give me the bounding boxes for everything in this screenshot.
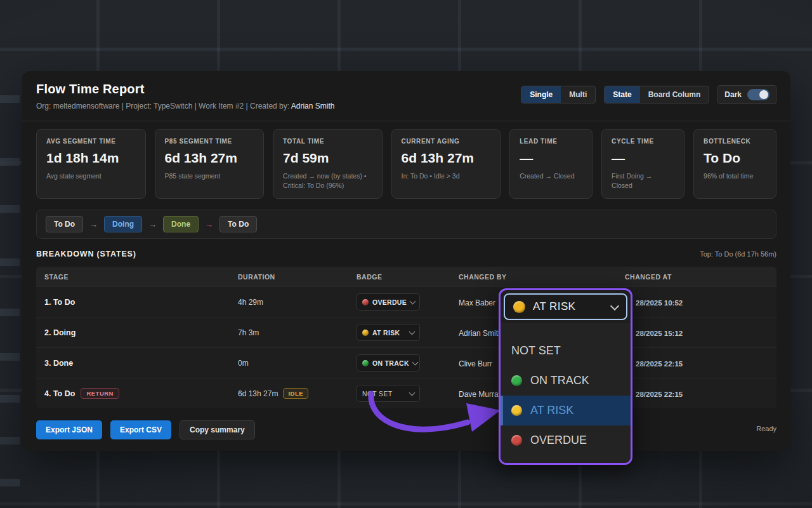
stat-value: — [612, 150, 674, 166]
stat-card-current-aging: CURRENT AGING 6d 13h 27m In: To Do • Idl… [391, 129, 501, 199]
duration-value: 6d 13h 27m [238, 389, 278, 398]
copy-summary-button[interactable]: Copy summary [180, 420, 255, 439]
report-meta-text: Org: meltedmensoftware | Project: TypeSw… [36, 102, 291, 110]
theme-toggle-label: Dark [724, 90, 742, 99]
option-label: ON TRACK [530, 374, 589, 387]
duration-value: 0m [238, 359, 249, 368]
duration-value: 7h 3m [238, 328, 259, 337]
chevron-down-icon [410, 298, 416, 304]
stat-subtext: P85 state segment [165, 171, 254, 181]
theme-toggle-group: Dark [717, 85, 776, 104]
column-header-duration: DURATION [238, 273, 357, 281]
changed-at-value: 28/2025 22:15 [636, 391, 683, 398]
stat-label: AVG SEGMENT TIME [46, 138, 136, 145]
option-label: NOT SET [511, 344, 561, 358]
scope-multi-button[interactable]: Multi [561, 86, 595, 103]
scope-single-button[interactable]: Single [521, 86, 561, 103]
stat-subtext: In: To Do • Idle > 3d [402, 171, 491, 181]
status-dot-icon [511, 405, 522, 416]
stat-label: TOTAL TIME [283, 138, 372, 145]
flow-path-strip: To Do → Doing → Done → To Do [36, 210, 776, 239]
breakdown-top-note: Top: To Do (6d 17h 56m) [700, 250, 776, 258]
stat-card-lead-time: LEAD TIME — Created → Closed [509, 129, 593, 199]
column-header-badge: BADGE [357, 273, 459, 281]
chevron-down-icon [610, 301, 619, 310]
report-meta-author: Adrian Smith [291, 102, 335, 110]
flow-return-arrow-icon: → [205, 220, 213, 229]
flow-arrow-icon: → [148, 220, 157, 229]
flow-chip-done: Done [163, 216, 199, 232]
stat-card-p85-segment-time: P85 SEGMENT TIME 6d 13h 27m P85 state se… [155, 129, 265, 199]
dropdown-option-overdue[interactable]: OVERDUE [501, 425, 631, 455]
export-csv-button[interactable]: Export CSV [110, 420, 171, 439]
stat-value: 7d 59m [283, 150, 372, 166]
status-dot-icon [513, 301, 525, 313]
grouping-toggle: State Board Column [604, 86, 709, 104]
table-row: 1. To Do 4h 29m OVERDUE Max Baber 28/202… [36, 286, 776, 317]
badge-select[interactable]: ON TRACK [357, 354, 420, 371]
stat-value: 6d 13h 27m [165, 150, 254, 166]
idle-tag: IDLE [283, 388, 308, 399]
changed-at-value: 28/2025 10:52 [636, 299, 683, 307]
export-json-button[interactable]: Export JSON [36, 420, 102, 439]
header-controls: Single Multi State Board Column Dark [521, 85, 776, 104]
scope-toggle: Single Multi [521, 86, 596, 104]
status-dot-icon [362, 299, 369, 305]
stat-label: P85 SEGMENT TIME [165, 138, 254, 145]
status-text: Ready [756, 425, 776, 432]
badge-label: OVERDUE [372, 298, 407, 306]
badge-label: AT RISK [372, 329, 400, 337]
dropdown-option-on-track[interactable]: ON TRACK [501, 366, 631, 396]
stat-label: LEAD TIME [520, 138, 582, 145]
table-row: 2. Doing 7h 3m AT RISK Adrian Smith 28/2… [36, 317, 776, 347]
flow-chip-doing: Doing [104, 216, 142, 232]
badge-label: ON TRACK [372, 359, 409, 367]
report-meta: Org: meltedmensoftware | Project: TypeSw… [36, 102, 334, 110]
dark-mode-switch[interactable] [747, 89, 769, 100]
status-dropdown-overlay: AT RISK NOT SET ON TRACK AT RISK OVERDUE [499, 288, 632, 465]
breakdown-header: BREAKDOWN (STATES) Top: To Do (6d 17h 56… [36, 250, 776, 258]
option-label: OVERDUE [530, 434, 587, 447]
stat-label: BOTTLENECK [704, 138, 766, 145]
stats-row: AVG SEGMENT TIME 1d 18h 14m Avg state se… [36, 129, 776, 199]
flow-chip-todo-return: To Do [219, 216, 257, 232]
status-dropdown-menu: NOT SET ON TRACK AT RISK OVERDUE [501, 323, 631, 463]
stage-name: 1. To Do [44, 298, 75, 307]
footer-actions: Export JSON Export CSV Copy summary [36, 420, 255, 439]
status-dot-icon [511, 375, 522, 386]
chevron-down-icon [412, 359, 418, 365]
dropdown-option-not-set[interactable]: NOT SET [501, 336, 631, 366]
dropdown-option-at-risk[interactable]: AT RISK [501, 396, 631, 425]
status-dot-icon [362, 330, 369, 336]
changed-at-value: 28/2025 22:15 [636, 360, 683, 368]
table-header-row: STAGE DURATION BADGE CHANGED BY CHANGED … [36, 267, 776, 286]
changed-by-value: Max Baber [459, 298, 495, 307]
stat-subtext: Created → Closed [520, 171, 582, 181]
return-tag: RETURN [81, 388, 119, 399]
stat-subtext: Avg state segment [46, 171, 136, 181]
changed-by-value: Clive Burr [459, 359, 492, 368]
status-dot-icon [362, 360, 369, 366]
stage-name: 4. To Do [44, 389, 75, 398]
status-dropdown-trigger[interactable]: AT RISK [504, 293, 627, 320]
badge-select[interactable]: OVERDUE [357, 293, 420, 311]
annotation-arrow [352, 371, 517, 451]
stat-label: CURRENT AGING [402, 138, 491, 145]
stat-value: To Do [704, 150, 766, 166]
stat-card-cycle-time: CYCLE TIME — First Doing → Closed [601, 129, 684, 199]
stat-value: 1d 18h 14m [46, 150, 136, 166]
flow-chip-todo: To Do [46, 216, 83, 232]
grouping-state-button[interactable]: State [605, 86, 639, 103]
changed-at-value: 28/2025 15:12 [636, 330, 683, 337]
grouping-board-column-button[interactable]: Board Column [640, 86, 709, 103]
breakdown-title: BREAKDOWN (STATES) [36, 250, 136, 258]
status-dot-icon [511, 435, 522, 446]
stat-value: — [520, 150, 582, 166]
chevron-down-icon [409, 328, 416, 335]
duration-value: 4h 29m [238, 298, 263, 307]
switch-knob [759, 90, 768, 99]
header-divider [22, 121, 790, 121]
stat-subtext: Created → now (by states) • Critical: To… [283, 171, 372, 190]
stat-value: 6d 13h 27m [402, 150, 491, 166]
badge-select[interactable]: AT RISK [357, 324, 420, 341]
